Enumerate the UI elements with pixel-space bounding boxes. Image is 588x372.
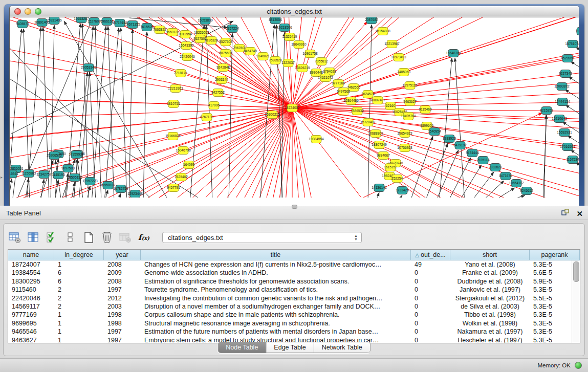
column-header[interactable]: △out_de... (411, 250, 450, 260)
network-node[interactable]: 9245652 (520, 187, 533, 195)
black-edge[interactable] (448, 158, 471, 198)
network-node[interactable]: 2087682 (365, 17, 378, 24)
network-node[interactable]: 9115460 (419, 106, 432, 114)
network-node[interactable]: 16961758 (302, 50, 318, 58)
network-node[interactable]: 5875685 (219, 50, 232, 57)
table-cell[interactable]: 9465546 (8, 327, 54, 336)
table-mode-icon[interactable] (8, 230, 22, 245)
table-cell[interactable]: Tourette syndrome. Phenomenology and cla… (141, 286, 411, 294)
table-cell[interactable]: 9463627 (8, 336, 54, 343)
create-column-icon[interactable] (81, 230, 96, 245)
red-edge[interactable] (292, 68, 302, 108)
table-cell[interactable]: 1997 (104, 327, 141, 336)
network-node[interactable]: 417006 (208, 102, 220, 110)
network-node[interactable]: 1527607 (88, 18, 101, 26)
table-cell[interactable]: Changes of HCN gene expression and I(f) … (141, 260, 411, 269)
table-cell[interactable]: 6 (54, 277, 104, 286)
network-node[interactable]: 6497568 (337, 88, 350, 96)
table-cell[interactable]: 9777169 (8, 311, 54, 319)
black-edge[interactable] (376, 192, 379, 198)
table-scrollbar[interactable] (572, 260, 580, 343)
network-node[interactable]: 12444134 (555, 98, 570, 106)
table-cell[interactable]: 9115460 (8, 286, 54, 294)
table-cell[interactable]: 9699695 (8, 319, 54, 327)
network-node[interactable]: 19654923 (397, 130, 412, 138)
table-cell[interactable]: 0 (411, 294, 450, 302)
table-cell[interactable]: 1 (54, 311, 104, 319)
panel-splitter-handle[interactable] (292, 205, 297, 209)
table-row[interactable]: 1456911722003Disruption of a novel membe… (8, 302, 580, 311)
float-window-icon[interactable] (561, 209, 569, 218)
network-node[interactable]: 9146821 (256, 53, 270, 60)
column-header[interactable]: year (104, 250, 141, 260)
black-edge[interactable] (108, 26, 114, 198)
network-node[interactable]: 18807249 (372, 141, 387, 149)
network-node[interactable]: 2718176 (174, 70, 187, 77)
network-node[interactable]: 9463627 (403, 98, 417, 106)
network-node[interactable]: 16053809 (198, 17, 213, 25)
table-row[interactable]: 1830029562008Estimation of significance … (8, 277, 580, 286)
table-cell[interactable]: Genome-wide association studies in ADHD. (141, 269, 411, 277)
red-edge[interactable] (427, 126, 579, 174)
table-cell[interactable]: 2008 (104, 260, 141, 269)
table-cell[interactable]: 2012 (104, 294, 141, 302)
table-cell[interactable]: 0 (411, 319, 450, 327)
network-node[interactable]: 12213967 (384, 40, 400, 48)
table-cell[interactable]: 14569117 (8, 302, 54, 311)
network-node[interactable]: 16154838 (375, 28, 390, 35)
column-header[interactable]: title (141, 250, 411, 260)
table-cell[interactable]: Franke et al. (2009) (450, 269, 530, 277)
black-edge[interactable] (79, 26, 93, 198)
table-cell[interactable]: 1998 (104, 311, 141, 319)
black-edge[interactable] (492, 188, 515, 198)
red-edge[interactable] (321, 17, 558, 61)
table-cell[interactable]: 1 (54, 336, 104, 343)
table-row[interactable]: 946554611997Estimation of the future num… (8, 327, 580, 336)
close-panel-icon[interactable]: ✕ (576, 210, 583, 217)
network-node[interactable]: 7485063 (397, 69, 410, 76)
table-cell[interactable]: 1 (54, 319, 104, 327)
table-cell[interactable]: 0 (411, 286, 450, 294)
table-row[interactable]: 911546021997Tourette syndrome. Phenomeno… (8, 286, 580, 294)
red-edge[interactable] (351, 48, 579, 101)
column-header[interactable]: short (450, 250, 530, 260)
network-node[interactable]: 1167534 (566, 156, 579, 164)
table-cell[interactable]: 1 (54, 327, 104, 336)
red-edge[interactable] (10, 91, 173, 104)
network-node[interactable]: 17957223 (82, 178, 98, 185)
table-row[interactable]: 1872400712008Changes of HCN gene express… (8, 260, 580, 269)
network-node[interactable]: 252254 (391, 175, 403, 183)
network-node[interactable]: 11156863 (21, 170, 36, 178)
network-node[interactable]: 7625402 (175, 173, 188, 181)
network-node[interactable]: 8813054 (269, 17, 282, 24)
table-cell[interactable]: 2 (54, 302, 104, 311)
table-cell[interactable]: 1 (54, 260, 104, 269)
black-edge[interactable] (543, 115, 547, 198)
black-edge[interactable] (229, 33, 232, 198)
row-height-icon[interactable] (63, 230, 77, 245)
table-cell[interactable]: Investigating the contribution of common… (141, 294, 411, 302)
network-node[interactable]: 15692931 (557, 129, 572, 137)
red-edge[interactable] (316, 17, 575, 73)
network-node[interactable]: 9529966 (561, 55, 574, 62)
hidden-panel-arrow-icon[interactable]: ▸ (1, 175, 3, 180)
network-node[interactable]: 8427552 (211, 89, 225, 97)
table-cell[interactable]: Wolkin et al. (1998) (450, 319, 530, 327)
network-node[interactable]: 18640910 (291, 41, 307, 49)
network-node[interactable]: 9227343 (559, 70, 572, 78)
network-node[interactable]: 9777169 (332, 80, 345, 87)
network-node[interactable]: 1615152 (384, 164, 397, 171)
show-columns-icon[interactable] (26, 230, 40, 245)
table-cell[interactable]: Jankovic et al. (1997) (450, 286, 530, 294)
table-row[interactable]: 977716911998Corpus callosum shape and si… (8, 311, 580, 319)
network-node[interactable]: 15751074 (565, 40, 579, 48)
network-node[interactable]: 1640954 (428, 128, 441, 136)
network-node[interactable]: 9884067 (377, 152, 390, 160)
column-header[interactable]: pagerank (530, 250, 580, 260)
table-cell[interactable]: 1997 (104, 286, 141, 294)
table-cell[interactable]: 18724007 (8, 260, 54, 269)
network-node[interactable]: 8186328 (205, 37, 218, 45)
table-row[interactable]: 969969511998Structural magnetic resonanc… (8, 319, 580, 327)
network-node[interactable]: 9474444 (466, 149, 479, 157)
table-cell[interactable]: 0 (411, 269, 450, 277)
